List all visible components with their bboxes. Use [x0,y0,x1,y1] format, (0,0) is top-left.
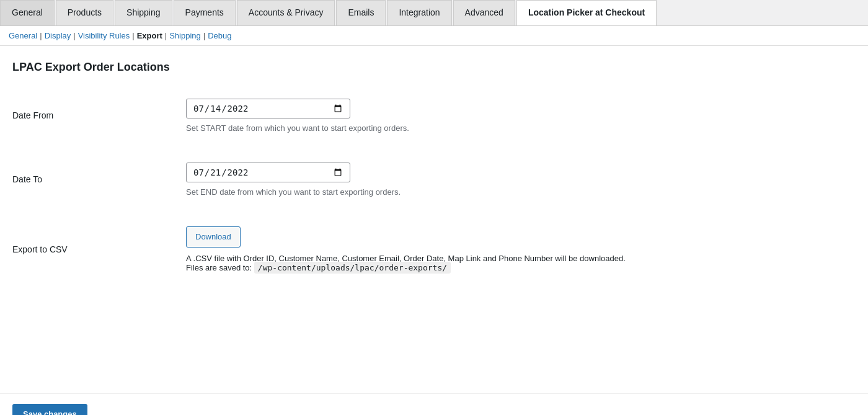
files-saved-prefix: Files are saved to: [186,263,254,272]
date-to-input[interactable] [186,163,350,182]
export-csv-label: Export to CSV [12,244,68,254]
subnav-sep-1: | [40,31,42,40]
csv-description: A .CSV file with Order ID, Customer Name… [186,254,856,272]
subnav-sep-5: | [203,31,205,40]
tab-emails[interactable]: Emails [336,0,386,25]
tab-payments[interactable]: Payments [174,0,236,25]
date-to-description: Set END date from which you want to star… [186,187,856,197]
save-area: Save changes [0,393,868,415]
spacer-row-1 [12,143,856,153]
date-from-description: Set START date from which you want to st… [186,123,856,133]
subnav-export-current: Export [137,31,162,40]
subnav-general[interactable]: General [9,31,37,40]
date-to-row: Date To Set END date from which you want… [12,153,856,207]
sub-nav: General | Display | Visibility Rules | E… [0,26,868,46]
tab-location-picker[interactable]: Location Picker at Checkout [516,0,657,25]
tab-products[interactable]: Products [56,0,113,25]
subnav-display[interactable]: Display [45,31,71,40]
tab-shipping[interactable]: Shipping [115,0,172,25]
export-csv-row: Export to CSV Download A .CSV file with … [12,216,856,283]
save-changes-button[interactable]: Save changes [12,404,87,415]
tab-accounts-privacy[interactable]: Accounts & Privacy [237,0,335,25]
tab-general[interactable]: General [0,0,55,25]
csv-path: /wp-content/uploads/lpac/order-exports/ [254,262,451,274]
main-content: LPAC Export Order Locations Date From Se… [0,46,868,393]
subnav-visibility-rules[interactable]: Visibility Rules [78,31,130,40]
date-from-label: Date From [12,110,53,120]
date-from-row: Date From Set START date from which you … [12,89,856,143]
spacer-row-2 [12,207,856,216]
date-to-label: Date To [12,174,42,184]
date-from-input[interactable] [186,99,350,118]
form-table: Date From Set START date from which you … [12,89,856,283]
tab-bar: General Products Shipping Payments Accou… [0,0,868,26]
subnav-sep-4: | [165,31,167,40]
page-title: LPAC Export Order Locations [12,61,856,74]
tab-integration[interactable]: Integration [387,0,451,25]
subnav-sep-3: | [132,31,134,40]
subnav-debug[interactable]: Debug [208,31,231,40]
subnav-shipping[interactable]: Shipping [169,31,201,40]
download-button[interactable]: Download [186,226,241,248]
tab-advanced[interactable]: Advanced [453,0,515,25]
subnav-sep-2: | [73,31,75,40]
